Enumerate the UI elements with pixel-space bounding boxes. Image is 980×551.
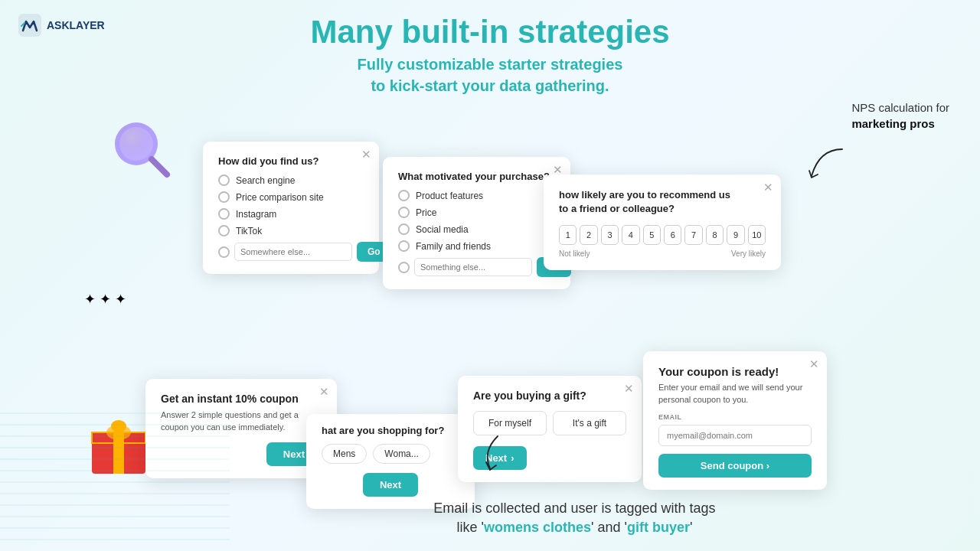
option-label: Price comparison site bbox=[236, 192, 324, 203]
nps-number-row: 1 2 3 4 5 6 7 8 9 10 bbox=[559, 225, 766, 245]
logo-icon bbox=[18, 14, 41, 37]
modal-find-us: ✕ How did you find us? Search engine Pri… bbox=[203, 142, 379, 274]
title-dark2 bbox=[508, 14, 518, 50]
modal-find-us-close[interactable]: ✕ bbox=[361, 148, 371, 161]
option-label: Instagram bbox=[236, 209, 276, 220]
svg-line-3 bbox=[152, 159, 167, 174]
subtitle: Fully customizable starter strategies to… bbox=[0, 54, 980, 96]
modal-find-us-other-row: Go bbox=[218, 242, 364, 262]
modal-shopping: ✕ hat are you shopping for? Mens Woma...… bbox=[306, 414, 475, 509]
logo-text: ASKLAYER bbox=[47, 19, 105, 31]
radio-circle bbox=[218, 208, 230, 220]
nps-4[interactable]: 4 bbox=[622, 225, 639, 245]
title-highlight2: strategies bbox=[518, 14, 669, 50]
bottom-em1: womens clothes bbox=[484, 520, 591, 535]
modal-nps: ✕ how likely are you to recommend usto a… bbox=[544, 174, 781, 270]
option-label: Price bbox=[416, 207, 436, 218]
modal-motivated-option-3[interactable]: Social media bbox=[398, 223, 555, 235]
nps-note-line1: NPS calculation for bbox=[851, 101, 949, 114]
tag-mens[interactable]: Mens bbox=[322, 444, 367, 464]
radio-circle bbox=[398, 223, 410, 235]
title-highlight1: built-in bbox=[401, 14, 508, 50]
magnify-decoration bbox=[107, 115, 176, 184]
nps-3[interactable]: 3 bbox=[601, 225, 619, 245]
radio-circle bbox=[218, 191, 230, 203]
modal-find-us-option-2[interactable]: Price comparison site bbox=[218, 191, 364, 203]
modal-find-us-title: How did you find us? bbox=[218, 155, 364, 167]
nps-1[interactable]: 1 bbox=[559, 225, 577, 245]
option-label: Social media bbox=[416, 224, 469, 235]
arrow-nps-decoration bbox=[804, 145, 850, 184]
modal-find-us-option-4[interactable]: TikTok bbox=[218, 225, 364, 236]
other-input[interactable] bbox=[414, 258, 532, 276]
bottom-line2-post: ' bbox=[690, 520, 692, 535]
logo: ASKLAYER bbox=[18, 14, 105, 37]
modal-motivated: ✕ What motivated your purchase? Product … bbox=[383, 157, 570, 289]
radio-circle bbox=[398, 262, 410, 273]
modal-nps-close[interactable]: ✕ bbox=[763, 181, 773, 194]
radio-circle bbox=[398, 207, 410, 218]
modal-motivated-option-1[interactable]: Product features bbox=[398, 190, 555, 201]
next-button[interactable]: Next bbox=[363, 473, 418, 497]
gift-its-a-gift[interactable]: It's a gift bbox=[553, 411, 626, 435]
modal-shopping-title: hat are you shopping for? bbox=[322, 425, 459, 436]
modal-coupon-intro-close[interactable]: ✕ bbox=[319, 385, 329, 399]
modal-coupon-ready-title: Your coupon is ready! bbox=[658, 365, 812, 378]
nps-2[interactable]: 2 bbox=[580, 225, 597, 245]
nps-8[interactable]: 8 bbox=[706, 225, 724, 245]
bottom-em2: gift buyer bbox=[627, 520, 690, 535]
bottom-line2-pre: like ' bbox=[457, 520, 484, 535]
email-label: EMAIL bbox=[658, 413, 812, 421]
svg-point-2 bbox=[119, 127, 153, 161]
confetti-decoration: ✦ ✦ ✦ bbox=[84, 291, 126, 308]
nps-label-high: Very likely bbox=[731, 249, 766, 258]
nps-note-line2: marketing pros bbox=[851, 117, 934, 130]
tag-row: Mens Woma... bbox=[322, 444, 459, 464]
nps-7[interactable]: 7 bbox=[684, 225, 702, 245]
radio-circle bbox=[218, 225, 230, 236]
bottom-line2-mid: ' and ' bbox=[591, 520, 627, 535]
modal-gift-title: Are you buying a gift? bbox=[473, 390, 626, 402]
modal-coupon-ready-close[interactable]: ✕ bbox=[809, 357, 819, 371]
modal-motivated-option-2[interactable]: Price bbox=[398, 207, 555, 218]
radio-circle bbox=[398, 190, 410, 201]
nps-label-low: Not likely bbox=[559, 249, 590, 258]
other-input[interactable] bbox=[234, 243, 352, 261]
modal-find-us-option-3[interactable]: Instagram bbox=[218, 208, 364, 220]
modal-gift-close[interactable]: ✕ bbox=[624, 382, 634, 396]
modal-coupon-ready-desc: Enter your email and we will send your p… bbox=[658, 382, 812, 406]
nps-note: NPS calculation for marketing pros bbox=[851, 99, 949, 132]
subtitle-highlight: Fully customizable bbox=[358, 56, 495, 73]
modal-nps-title: how likely are you to recommend usto a f… bbox=[559, 188, 766, 216]
nps-5[interactable]: 5 bbox=[643, 225, 661, 245]
page-title: Many built-in strategies bbox=[0, 14, 980, 51]
subtitle-line2: to kick-start your data gathering. bbox=[371, 77, 609, 94]
nps-6[interactable]: 6 bbox=[664, 225, 681, 245]
modal-motivated-option-4[interactable]: Family and friends bbox=[398, 240, 555, 252]
title-dark: Many bbox=[310, 14, 401, 50]
bottom-text: Email is collected and user is tagged wi… bbox=[433, 499, 715, 537]
option-label: Family and friends bbox=[416, 241, 491, 252]
option-label: Product features bbox=[416, 191, 483, 201]
send-coupon-button[interactable]: Send coupon › bbox=[658, 454, 812, 478]
modal-motivated-other-row: Go bbox=[398, 257, 555, 277]
modal-motivated-title: What motivated your purchase? bbox=[398, 171, 555, 182]
modal-find-us-option-1[interactable]: Search engine bbox=[218, 174, 364, 186]
nps-10[interactable]: 10 bbox=[748, 225, 766, 245]
page-header: Many built-in strategies Fully customiza… bbox=[0, 0, 980, 104]
radio-circle bbox=[398, 240, 410, 252]
option-label: Search engine bbox=[236, 175, 295, 186]
option-label: TikTok bbox=[236, 226, 262, 236]
bottom-line1: Email is collected and user is tagged wi… bbox=[433, 500, 715, 516]
email-input[interactable] bbox=[658, 425, 812, 446]
arrow-coupon-decoration bbox=[475, 429, 513, 474]
radio-circle bbox=[218, 246, 230, 258]
bg-lines-decoration bbox=[0, 398, 230, 551]
nps-9[interactable]: 9 bbox=[727, 225, 744, 245]
tag-womans[interactable]: Woma... bbox=[373, 444, 430, 464]
nps-labels: Not likely Very likely bbox=[559, 249, 766, 258]
radio-circle bbox=[218, 174, 230, 186]
subtitle-rest1: starter strategies bbox=[498, 56, 622, 73]
modal-coupon-ready: ✕ Your coupon is ready! Enter your email… bbox=[643, 351, 827, 490]
